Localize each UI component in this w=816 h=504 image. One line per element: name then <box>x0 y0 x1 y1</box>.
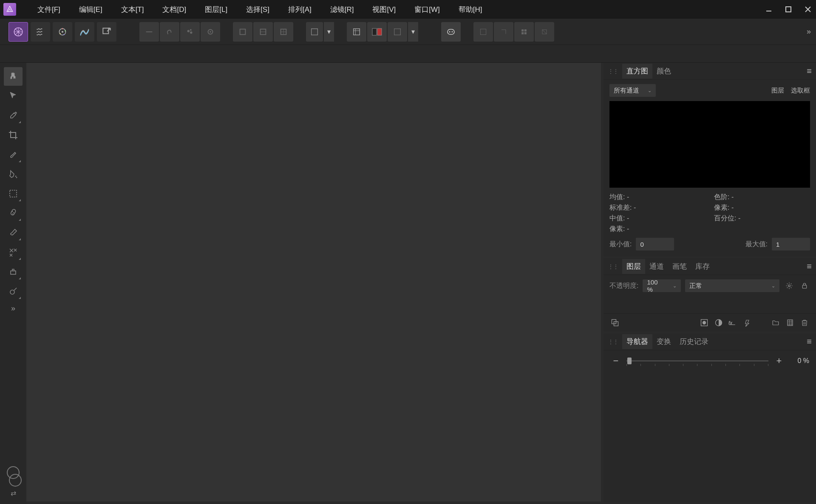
panel-grip-icon[interactable]: ⋮⋮ <box>608 68 618 75</box>
slider-thumb[interactable] <box>627 358 632 364</box>
panel-menu-button[interactable]: ≡ <box>807 66 812 76</box>
toolbar-btn-a4[interactable] <box>201 22 220 42</box>
tab-navigator[interactable]: 导航器 <box>622 334 652 349</box>
toolbar-btn-b3[interactable] <box>274 22 293 42</box>
mask-icon[interactable] <box>699 317 710 328</box>
view-tool[interactable] <box>4 67 23 86</box>
account-button[interactable] <box>441 22 461 42</box>
toolbar-btn-e4[interactable] <box>535 22 554 42</box>
max-input[interactable] <box>772 238 810 251</box>
delete-icon[interactable] <box>799 317 810 328</box>
toolbar-btn-a2[interactable] <box>160 22 179 42</box>
erase-tool[interactable] <box>4 243 23 262</box>
tab-layers[interactable]: 图层 <box>622 259 645 274</box>
zoom-slider[interactable] <box>626 356 768 366</box>
layers-list[interactable] <box>604 296 816 313</box>
max-label: 最大值: <box>745 240 768 249</box>
swap-swatches-icon[interactable]: ⇄ <box>11 489 16 497</box>
menu-select[interactable]: 选择[S] <box>237 1 279 18</box>
toolbar-swatch-button[interactable] <box>306 22 323 42</box>
panel-grip-icon[interactable]: ⋮⋮ <box>608 338 618 345</box>
toolbar-btn-d2[interactable] <box>367 22 387 42</box>
persona-tonemap-button[interactable] <box>75 22 94 42</box>
toolbar-btn-a3[interactable] <box>180 22 200 42</box>
toolbar-overflow-button[interactable]: » <box>807 27 811 36</box>
tools-overflow-button[interactable]: » <box>11 304 15 313</box>
minimize-button[interactable] <box>764 5 774 14</box>
navigator-view[interactable] <box>604 372 816 422</box>
menu-layer[interactable]: 图层[L] <box>196 1 237 18</box>
tab-channels[interactable]: 通道 <box>645 259 668 274</box>
menu-file[interactable]: 文件[F] <box>28 1 70 18</box>
color-picker-tool[interactable] <box>4 106 23 125</box>
persona-liquify-button[interactable] <box>31 22 50 42</box>
zoom-in-button[interactable]: + <box>774 355 785 366</box>
tab-histogram[interactable]: 直方图 <box>622 64 652 79</box>
toolbar-d-dropdown[interactable]: ▾ <box>408 22 418 42</box>
menu-filter[interactable]: 滤镜[R] <box>321 1 363 18</box>
blendmode-dropdown[interactable]: 正常 ⌄ <box>685 279 779 292</box>
tab-stock[interactable]: 库存 <box>691 259 714 274</box>
crop-tool[interactable] <box>4 126 23 144</box>
menu-view[interactable]: 视图[V] <box>363 1 405 18</box>
adjustment-icon[interactable] <box>713 317 724 328</box>
add-layer-icon[interactable] <box>785 317 796 328</box>
merge-icon[interactable] <box>609 317 620 328</box>
tab-color[interactable]: 颜色 <box>652 64 675 79</box>
toolbar-btn-b2[interactable] <box>253 22 273 42</box>
hist-layer-toggle[interactable]: 图层 <box>771 87 784 95</box>
menu-window[interactable]: 窗口[W] <box>405 1 449 18</box>
toolbar-btn-e3[interactable] <box>514 22 534 42</box>
move-tool[interactable] <box>4 87 23 105</box>
gear-icon[interactable] <box>784 280 795 291</box>
stat-pixels: 像素: - <box>609 225 706 234</box>
svg-rect-18 <box>240 29 246 34</box>
menu-document[interactable]: 文档[D] <box>153 1 196 18</box>
crop-layer-icon[interactable] <box>742 317 753 328</box>
clone-tool[interactable] <box>4 262 23 281</box>
svg-point-46 <box>13 212 14 213</box>
persona-develop-button[interactable] <box>53 22 72 42</box>
fx-icon[interactable]: fx <box>728 317 739 328</box>
healing-tool[interactable] <box>4 204 23 222</box>
min-input[interactable] <box>636 238 674 251</box>
marquee-tool[interactable] <box>4 184 23 203</box>
canvas-area[interactable] <box>26 63 601 501</box>
panel-menu-button[interactable]: ≡ <box>807 262 812 271</box>
menu-arrange[interactable]: 排列[A] <box>279 1 321 18</box>
selection-brush-tool[interactable] <box>4 145 23 164</box>
tab-history[interactable]: 历史记录 <box>675 334 713 349</box>
close-button[interactable] <box>803 5 813 14</box>
menu-text[interactable]: 文本[T] <box>112 1 153 18</box>
paint-brush-tool[interactable] <box>4 223 23 242</box>
maximize-button[interactable] <box>784 5 793 14</box>
toolbar-btn-e1[interactable] <box>473 22 493 42</box>
channel-dropdown[interactable]: 所有通道 ⌄ <box>609 84 656 97</box>
toolbar-btn-d1[interactable] <box>347 22 366 42</box>
dodge-tool[interactable] <box>4 282 23 301</box>
svg-rect-37 <box>521 32 524 34</box>
lock-icon[interactable] <box>799 280 810 291</box>
hist-marquee-toggle[interactable]: 选取框 <box>791 87 810 95</box>
flood-select-tool[interactable] <box>4 165 23 183</box>
persona-export-button[interactable] <box>97 22 116 42</box>
toolbar-btn-a1[interactable] <box>139 22 159 42</box>
tab-brushes[interactable]: 画笔 <box>668 259 691 274</box>
toolbar-btn-b1[interactable] <box>233 22 252 42</box>
toolbar-swatch-dropdown[interactable]: ▾ <box>324 22 334 42</box>
zoom-out-button[interactable]: − <box>610 355 621 366</box>
background-swatch[interactable] <box>9 474 22 487</box>
menu-edit[interactable]: 编辑[E] <box>70 1 112 18</box>
menu-help[interactable]: 帮助[H] <box>449 1 492 18</box>
persona-photo-button[interactable] <box>8 22 28 42</box>
toolbar-btn-d3[interactable] <box>388 22 407 42</box>
color-swatches[interactable]: ⇄ <box>5 466 22 497</box>
svg-point-9 <box>63 34 65 35</box>
opacity-dropdown[interactable]: 100 % ⌄ <box>643 279 681 292</box>
toolbar-btn-e2[interactable] <box>494 22 513 42</box>
tab-transform[interactable]: 变换 <box>652 334 675 349</box>
panel-menu-button[interactable]: ≡ <box>807 337 812 346</box>
panel-grip-icon[interactable]: ⋮⋮ <box>608 263 618 270</box>
group-icon[interactable] <box>770 317 781 328</box>
svg-point-8 <box>65 30 66 31</box>
